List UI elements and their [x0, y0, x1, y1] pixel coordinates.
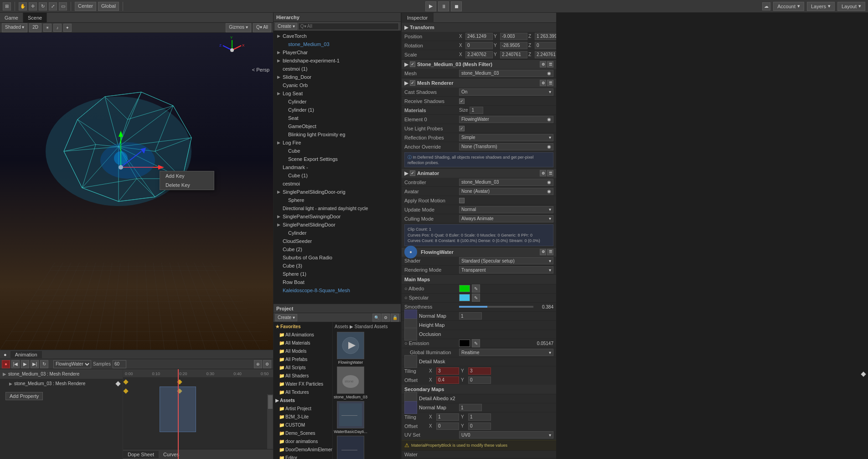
anim-prev-btn[interactable]: |◀ [11, 360, 20, 368]
rot-z[interactable] [535, 42, 556, 49]
samples-input[interactable] [113, 360, 126, 368]
animator-header[interactable]: ▶ Animator ⚙ ☰ [402, 169, 556, 178]
scale-tool[interactable]: ⤢ [49, 2, 57, 10]
gizmos-btn[interactable]: Gizmos ▾ [226, 23, 251, 32]
tab-curves[interactable]: Curves [159, 451, 184, 458]
scale-z[interactable] [535, 51, 556, 58]
hier-item-cloud[interactable]: CloudSeeder [274, 237, 401, 245]
hier-item-cestmoi1[interactable]: cestmoi (1) [274, 65, 401, 73]
pos-x[interactable] [465, 33, 493, 40]
keyframe-marker-2[interactable] [115, 381, 120, 386]
pos-y[interactable] [500, 33, 527, 40]
proj-all-prefabs[interactable]: 📁All Prefabs [274, 355, 332, 363]
specular-pick-icon[interactable]: ✎ [472, 294, 480, 302]
keyframe-1[interactable] [123, 379, 128, 384]
controller-value[interactable]: stone_Medium_03◉ [459, 179, 553, 186]
proj-all-scripts[interactable]: 📁All Scripts [274, 363, 332, 371]
center-btn[interactable]: Center [75, 2, 96, 11]
account-dropdown[interactable]: Account▾ [773, 2, 804, 11]
mesh-filter-menu-icon[interactable]: ☰ [547, 61, 553, 67]
cloud-icon[interactable]: ☁ [762, 2, 770, 10]
pos-z[interactable] [535, 33, 556, 40]
scale-y[interactable] [500, 51, 527, 58]
offset-y[interactable] [468, 376, 491, 384]
layout-dropdown[interactable]: Layout▾ [837, 2, 865, 11]
anim-play-btn[interactable]: ▶ [21, 360, 29, 368]
playhead[interactable] [178, 369, 179, 459]
proj-door-elem[interactable]: 📁DoorDemoAnimElements [274, 445, 332, 454]
light-icon[interactable]: ☀ [43, 24, 52, 32]
tab-animation[interactable]: Animation [10, 351, 42, 358]
tiling-y[interactable] [468, 367, 491, 375]
mesh-renderer-header[interactable]: ▶ Mesh Renderer ⚙ ☰ [402, 78, 556, 88]
proj-water-fx[interactable]: 📁Water FX Particles [274, 380, 332, 388]
asset-water-day[interactable]: ————— WaterBasicDayti... [335, 401, 367, 434]
hierarchy-search[interactable] [298, 23, 399, 30]
hier-item-cube3[interactable]: Cube (3) [274, 262, 401, 270]
element0-value[interactable]: FlowingWater◉ [459, 116, 553, 123]
tab-scene[interactable]: Scene [23, 13, 47, 23]
filter-btn[interactable]: Q▾ All [253, 23, 271, 32]
albedo-color[interactable] [459, 285, 470, 292]
hier-item-cyanic[interactable]: Cyanic Orb [274, 81, 401, 89]
add-event-btn[interactable]: ⊕ [254, 360, 262, 368]
shaded-btn[interactable]: Shaded ▾ [2, 23, 27, 32]
stone-mesh-object[interactable] [36, 60, 210, 220]
hier-item-directional[interactable]: Directional light - animated day/night c… [274, 204, 401, 212]
uv-set-dropdown[interactable]: UV0▾ [459, 431, 553, 438]
shader-dropdown[interactable]: Standard (Specular setup)▾ [459, 257, 553, 264]
tab-inspector[interactable]: Inspector [402, 13, 434, 23]
hier-item-cylinder2[interactable]: Cylinder [274, 229, 401, 237]
layers-dropdown[interactable]: Layers▾ [807, 2, 835, 11]
sec-tiling-x[interactable] [436, 413, 459, 421]
cast-shadows-dropdown[interactable]: On▾ [459, 88, 553, 96]
normal-map-value[interactable] [459, 312, 482, 320]
mesh-renderer-checkbox[interactable] [410, 80, 415, 86]
ctx-add-key[interactable]: Add Key [160, 171, 214, 181]
tab-dopesheet[interactable]: Dope Sheet [123, 451, 159, 458]
emission-pick-icon[interactable]: ✎ [472, 339, 480, 347]
hier-item-rowboat[interactable]: Row Boat [274, 278, 401, 286]
materials-size[interactable] [470, 107, 483, 114]
hier-item-seat[interactable]: Seat [274, 114, 401, 122]
project-create-btn[interactable]: Create ▾ [275, 314, 297, 321]
mesh-filter-header[interactable]: ▶ Stone_Medium_03 (Mesh Filter) ⚙ ☰ [402, 60, 556, 69]
animation-ruler[interactable]: 0:00 0:10 0:20 0:30 0:40 0:50 1:00 [123, 369, 273, 459]
avatar-value[interactable]: None (Avatar)◉ [459, 188, 553, 195]
offset-x[interactable] [436, 376, 459, 384]
scene-viewport[interactable]: X Z Y < Persp [0, 33, 273, 350]
xyz-gizmo[interactable]: X Z Y [218, 36, 246, 64]
stop-button[interactable]: ⏹ [451, 1, 462, 11]
rotate-tool[interactable]: ↻ [39, 2, 47, 10]
reflection-probes-dropdown[interactable]: Simple▾ [459, 134, 553, 141]
hier-item-log-seat[interactable]: ▶Log Seat [274, 89, 401, 98]
clip-select[interactable]: FlowingWater [53, 360, 91, 368]
hier-item-playerchar[interactable]: ▶PlayerChar [274, 48, 401, 57]
2d-btn[interactable]: 2D [29, 23, 41, 32]
apply-root-checkbox[interactable] [459, 198, 465, 203]
project-settings-icon[interactable]: ⚙ [382, 314, 390, 322]
hier-item-sphere1[interactable]: Sphere (1) [274, 270, 401, 278]
anim-settings-btn[interactable]: ⚙ [263, 360, 271, 368]
scale-x[interactable] [465, 51, 493, 58]
asset-water-night[interactable]: ————— WaterBasicNighti... [335, 436, 367, 459]
receive-shadows-checkbox[interactable] [459, 98, 465, 104]
proj-all-animations[interactable]: 📁All Animations [274, 330, 332, 339]
hier-item-single-orig[interactable]: ▶SinglePanelSlidingDoor-orig [274, 188, 401, 196]
sec-tiling-y[interactable] [468, 413, 491, 421]
asset-flowingwater[interactable]: FlowingWater [335, 332, 367, 365]
proj-all-textures[interactable]: 📁All Textures [274, 388, 332, 396]
tab-game[interactable]: Game [0, 13, 23, 23]
emission-color[interactable] [459, 340, 470, 347]
project-lock-icon[interactable]: 🔒 [391, 314, 399, 322]
hier-item-sliding-door[interactable]: ▶Sliding_Door [274, 73, 401, 81]
rot-y[interactable] [500, 42, 527, 49]
project-search-icon[interactable]: 🔍 [372, 314, 381, 322]
anim-loop-btn[interactable]: ↻ [40, 360, 48, 368]
audio-icon[interactable]: ♪ [53, 24, 62, 32]
pause-button[interactable]: ⏸ [438, 1, 449, 11]
material-settings-icon[interactable]: ⚙ [540, 249, 546, 255]
mesh-filter-settings-icon[interactable]: ⚙ [540, 61, 546, 67]
rendering-mode-dropdown[interactable]: Transparent▾ [459, 266, 553, 273]
hier-item-log-fire[interactable]: ▶Log Fire [274, 139, 401, 147]
